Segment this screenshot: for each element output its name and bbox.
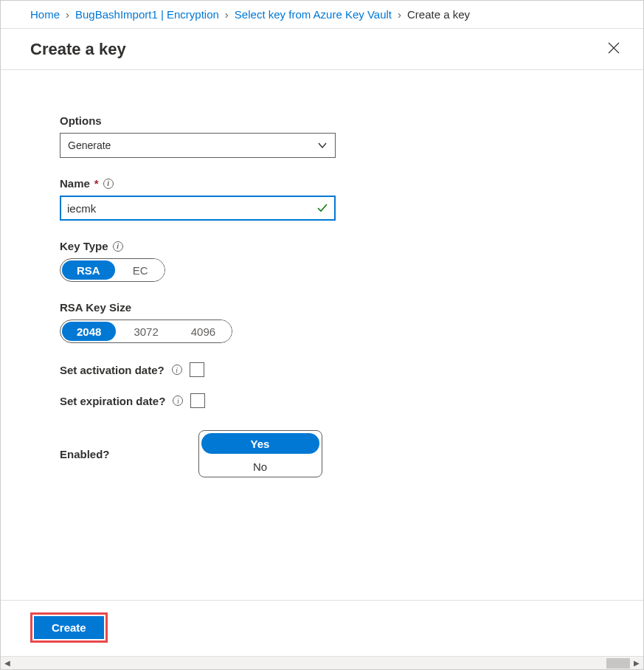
scroll-thumb[interactable] (606, 658, 630, 669)
rsa-size-3072[interactable]: 3072 (117, 320, 174, 342)
rsa-size-2048[interactable]: 2048 (62, 322, 116, 341)
field-activation-date: Set activation date? i (60, 362, 629, 377)
close-button[interactable] (605, 39, 623, 59)
activation-date-checkbox[interactable] (190, 362, 204, 377)
options-value: Generate (68, 139, 111, 151)
breadcrumb-select-key[interactable]: Select key from Azure Key Vault (235, 8, 392, 21)
activation-date-label: Set activation date? (60, 364, 165, 376)
rsa-key-size-toggle: 2048 3072 4096 (60, 320, 232, 343)
key-type-toggle: RSA EC (60, 258, 165, 282)
expiration-date-label: Set expiration date? (60, 395, 165, 407)
breadcrumb-current: Create a key (407, 8, 470, 21)
breadcrumb-encryption[interactable]: BugBashImport1 | Encryption (75, 8, 219, 21)
field-name: Name * i (60, 177, 629, 221)
enabled-no[interactable]: No (199, 456, 322, 477)
rsa-key-size-label: RSA Key Size (60, 301, 629, 314)
name-label: Name (60, 177, 90, 190)
horizontal-scrollbar[interactable]: ◀ ▶ (1, 656, 643, 669)
breadcrumb: Home › BugBashImport1 | Encryption › Sel… (1, 1, 643, 29)
chevron-right-icon: › (66, 8, 69, 21)
field-key-type: Key Type i RSA EC (60, 240, 629, 282)
key-type-label: Key Type (60, 240, 108, 252)
info-icon[interactable]: i (103, 179, 114, 189)
page-header: Create a key (1, 29, 643, 70)
field-expiration-date: Set expiration date? i (60, 393, 629, 408)
scroll-left-arrow-icon[interactable]: ◀ (1, 657, 14, 670)
name-input-wrap[interactable] (60, 196, 336, 221)
scroll-track[interactable] (14, 657, 630, 669)
key-type-ec[interactable]: EC (117, 259, 165, 281)
scroll-right-arrow-icon[interactable]: ▶ (630, 657, 643, 670)
page-title: Create a key (30, 40, 126, 59)
info-icon[interactable]: i (173, 396, 183, 406)
key-type-rsa[interactable]: RSA (62, 260, 115, 280)
check-icon (316, 202, 328, 214)
field-rsa-key-size: RSA Key Size 2048 3072 4096 (60, 301, 629, 343)
form-body: Options Generate Name * i Key Type i RSA… (1, 70, 643, 492)
required-marker: * (94, 177, 99, 190)
breadcrumb-home[interactable]: Home (30, 8, 60, 21)
enabled-yes[interactable]: Yes (201, 433, 319, 454)
chevron-down-icon (317, 140, 328, 151)
options-label: Options (60, 114, 629, 127)
rsa-size-4096[interactable]: 4096 (175, 320, 232, 342)
info-icon[interactable]: i (113, 241, 123, 252)
create-button[interactable]: Create (34, 616, 104, 639)
field-enabled: Enabled? Yes No (60, 430, 629, 477)
options-select[interactable]: Generate (60, 133, 336, 158)
field-options: Options Generate (60, 114, 629, 158)
chevron-right-icon: › (225, 8, 229, 21)
enabled-toggle: Yes No (198, 430, 322, 477)
enabled-label: Enabled? (60, 448, 110, 460)
expiration-date-checkbox[interactable] (190, 393, 205, 408)
footer: Create (1, 600, 643, 655)
name-input[interactable] (67, 202, 316, 215)
create-button-highlight: Create (30, 612, 108, 643)
close-icon (608, 42, 620, 54)
chevron-right-icon: › (398, 8, 401, 21)
info-icon[interactable]: i (172, 365, 182, 375)
